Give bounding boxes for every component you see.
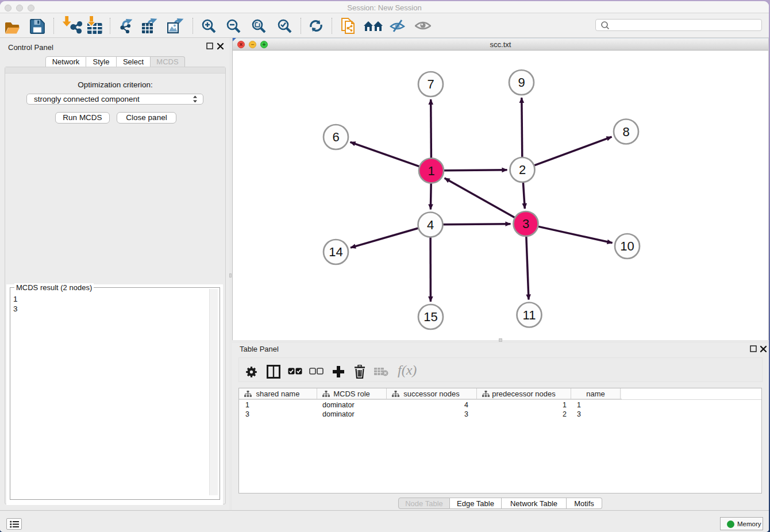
- svg-text:4: 4: [427, 218, 434, 232]
- svg-text:2: 2: [519, 163, 526, 177]
- svg-text:3: 3: [522, 217, 529, 231]
- svg-text:10: 10: [620, 239, 634, 253]
- svg-text:11: 11: [523, 308, 536, 322]
- svg-text:14: 14: [329, 245, 342, 259]
- svg-text:15: 15: [424, 310, 437, 324]
- svg-text:9: 9: [518, 75, 525, 90]
- svg-text:6: 6: [332, 130, 339, 144]
- svg-text:7: 7: [427, 77, 434, 91]
- svg-text:8: 8: [622, 125, 629, 139]
- svg-text:1: 1: [428, 164, 434, 178]
